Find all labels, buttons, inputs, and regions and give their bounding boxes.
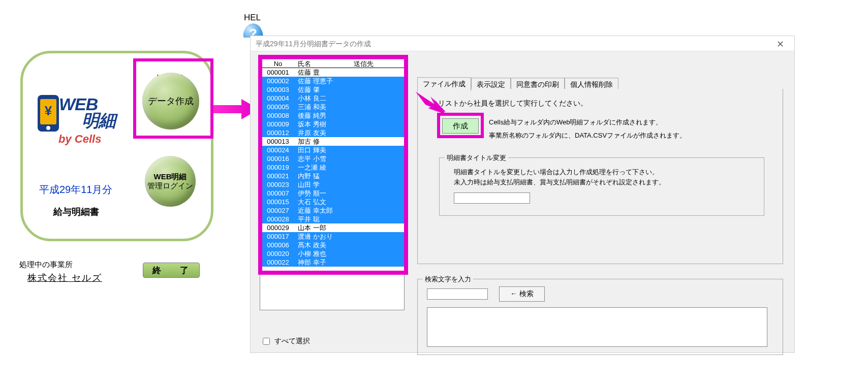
tab-file-create[interactable]: ファイル作成 xyxy=(417,77,471,91)
employee-row[interactable]: 000027近藤 幸太郎 xyxy=(260,206,404,215)
app-logo: ¥ WEB 明細 by Cells xyxy=(36,94,122,146)
tab-body: リストから社員を選択して実行してください。 作成 Cells給与フォルダ内のWe… xyxy=(417,89,783,264)
employee-row[interactable]: 000001佐藤 豊 xyxy=(260,68,404,77)
employee-row[interactable]: 000016志平 小雪 xyxy=(260,154,404,163)
title-input[interactable] xyxy=(454,192,530,204)
search-result-area[interactable] xyxy=(427,307,767,347)
employee-row[interactable]: 000013加古 修 xyxy=(260,137,404,146)
arrow-to-make-icon xyxy=(415,91,446,114)
period-label: 平成29年11月分 xyxy=(39,183,113,197)
title-change-legend: 明細書タイトル変更 xyxy=(445,153,508,163)
main-panel: Ver1. 7 ¥ WEB 明細 by Cells 平成29年11月分 給与明細… xyxy=(20,51,213,241)
exit-button[interactable]: 終 了 xyxy=(143,263,200,278)
close-icon[interactable]: ✕ xyxy=(770,39,790,50)
employee-row[interactable]: 000029山本 一郎 xyxy=(260,223,404,232)
employee-row[interactable]: 000019一之瀬 綾 xyxy=(260,163,404,172)
employee-row[interactable]: 000007伊勢 順一 xyxy=(260,189,404,198)
employee-row[interactable]: 000017渡邊 かおり xyxy=(260,232,404,241)
search-input[interactable] xyxy=(427,288,488,300)
dialog-titlebar: 平成29年11月分明細書データの作成 ✕ xyxy=(251,36,794,51)
employee-row[interactable]: 000024田口 輝美 xyxy=(260,146,404,154)
employee-row[interactable]: 000020小柳 雅也 xyxy=(260,249,404,258)
employee-list-header: No 氏名 送信先 xyxy=(260,59,404,68)
make-description: Cells給与フォルダ内のWeb明細フォルダに作成されます。 事業所名称のフォル… xyxy=(489,117,763,140)
select-all-input[interactable] xyxy=(263,338,270,345)
doc-type-label: 給与明細書 xyxy=(53,206,99,218)
employee-row[interactable]: 000015大石 弘文 xyxy=(260,198,404,206)
employee-row[interactable]: 000021内野 猛 xyxy=(260,172,404,180)
employee-row[interactable]: 000028平井 聡 xyxy=(260,215,404,223)
make-button[interactable]: 作成 xyxy=(442,118,479,134)
title-change-hint: 明細書タイトルを変更したい場合は入力し作成処理を行って下さい。 未入力時は給与支… xyxy=(454,167,665,187)
employee-row[interactable]: 000009坂本 秀樹 xyxy=(260,120,404,128)
svg-text:¥: ¥ xyxy=(45,103,52,118)
employee-list[interactable]: No 氏名 送信先 000001佐藤 豊000002佐藤 理恵子000003佐藤… xyxy=(260,59,405,310)
search-legend: 検索文字を入力 xyxy=(423,275,473,284)
instruction-text: リストから社員を選択して実行してください。 xyxy=(438,99,587,108)
employee-row[interactable]: 000004小林 良二 xyxy=(260,94,404,103)
employee-row[interactable]: 000002佐藤 理恵子 xyxy=(260,77,404,85)
svg-marker-7 xyxy=(415,91,446,114)
web-login-button[interactable]: WEB明細管理ログイン xyxy=(145,156,196,207)
employee-row[interactable]: 000022神部 幸子 xyxy=(260,258,404,267)
create-data-dialog: 平成29年11月分明細書データの作成 ✕ No 氏名 送信先 000001佐藤 … xyxy=(250,36,795,353)
employee-row[interactable]: 000005三浦 和美 xyxy=(260,103,404,111)
phone-yen-icon: ¥ xyxy=(36,94,61,133)
processing-office-label: 処理中の事業所 xyxy=(19,260,73,270)
create-data-button[interactable]: データ作成 xyxy=(142,73,199,130)
search-fieldset: 検索文字を入力 ← 検索 xyxy=(417,279,783,355)
employee-row[interactable]: 000008後藤 純男 xyxy=(260,111,404,120)
dialog-title: 平成29年11月分明細書データの作成 xyxy=(256,40,371,49)
search-button[interactable]: ← 検索 xyxy=(499,286,545,302)
hel-label: HEL xyxy=(244,13,261,23)
svg-point-2 xyxy=(46,126,50,130)
employee-row[interactable]: 000003佐藤 肇 xyxy=(260,85,404,94)
processing-office-name: 株式会社 セルズ xyxy=(27,272,102,284)
employee-row[interactable]: 000023山田 学 xyxy=(260,180,404,189)
title-change-fieldset: 明細書タイトル変更 明細書タイトルを変更したい場合は入力し作成処理を行って下さい… xyxy=(439,157,764,216)
select-all-checkbox[interactable]: すべて選択 xyxy=(261,336,310,346)
employee-row[interactable]: 000006髙木 政美 xyxy=(260,241,404,249)
employee-row[interactable]: 000012井原 友美 xyxy=(260,128,404,137)
